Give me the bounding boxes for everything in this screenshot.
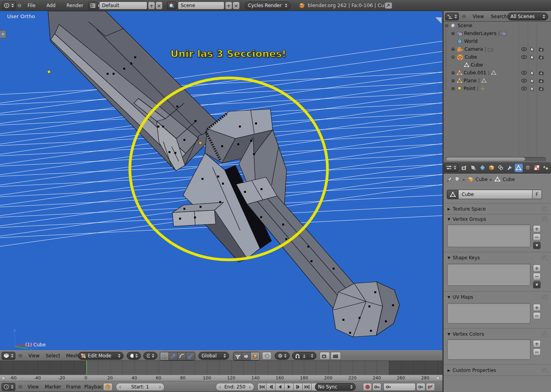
select-toggle[interactable] (529, 45, 536, 53)
limit-to-visible-toggle[interactable] (262, 352, 272, 360)
shape-keys-list[interactable] (447, 264, 531, 286)
hide-toggle[interactable] (520, 45, 527, 53)
outliner-row-renderlayers[interactable]: ⊕ RenderLayers | (451, 30, 506, 37)
shapekey-add-button[interactable]: + (533, 264, 541, 272)
menu-render[interactable]: Render (62, 0, 88, 11)
tab-particles[interactable] (542, 163, 550, 172)
vcol-add-button[interactable]: + (533, 340, 541, 348)
vertex-groups-list[interactable] (447, 224, 531, 247)
editor-type-selector-properties[interactable] (444, 164, 458, 172)
mesh-data-icon[interactable] (495, 177, 500, 182)
edge-select-toggle[interactable] (242, 352, 251, 360)
tab-material[interactable] (523, 163, 532, 172)
hide-toggle[interactable] (520, 77, 527, 85)
panel-drag-grip[interactable] (542, 255, 548, 261)
next-keyframe-button[interactable] (294, 383, 303, 391)
jump-to-end-button[interactable] (303, 383, 312, 391)
scale-manipulator-toggle[interactable] (186, 352, 195, 360)
opengl-render-anim-button[interactable] (331, 352, 341, 360)
outliner-row-world[interactable]: World (457, 37, 477, 45)
tab-modifiers[interactable] (505, 163, 514, 172)
end-frame-field[interactable]: End: 250 (216, 383, 254, 391)
menu-view[interactable]: View (468, 11, 488, 22)
viewport-shading-dropdown[interactable] (127, 352, 141, 360)
collapse-menus-icon[interactable]: ⊖ (18, 382, 22, 392)
jump-to-start-button[interactable] (257, 383, 266, 391)
expand-icon[interactable]: ⊕ (451, 47, 455, 52)
use-preview-range-toggle[interactable] (103, 383, 113, 391)
delete-keyframe-button[interactable] (426, 383, 435, 391)
tab-object[interactable] (487, 163, 496, 172)
expand-icon[interactable]: ⊕ (451, 70, 455, 75)
region-corner-grip[interactable] (435, 17, 442, 24)
scene-delete-button[interactable]: × (233, 2, 240, 9)
screen-layout-delete-button[interactable]: × (155, 2, 163, 9)
vgroup-specials-button[interactable]: ▼ (533, 242, 541, 249)
panel-vertex-colors-header[interactable]: ▼ Vertex Colors (447, 331, 548, 337)
panel-texture-space-header[interactable]: ▶ Texture Space (447, 206, 548, 212)
collapse-menus-icon[interactable]: ⊖ (18, 351, 22, 361)
editor-type-selector-3dview[interactable] (2, 352, 15, 360)
menu-add[interactable]: Add (42, 0, 60, 11)
select-toggle[interactable] (529, 85, 536, 92)
rotate-manipulator-toggle[interactable] (178, 352, 186, 360)
transform-orientation-dropdown[interactable]: Global (198, 352, 229, 360)
vgroup-add-button[interactable]: + (533, 225, 541, 233)
outliner-filter-dropdown[interactable]: All Scenes (507, 13, 548, 20)
play-reverse-button[interactable] (276, 383, 285, 391)
translate-manipulator-toggle[interactable] (169, 352, 178, 360)
uv-maps-list[interactable] (447, 303, 531, 324)
outliner-hscrollbar-track[interactable] (446, 157, 546, 161)
record-autokey-button[interactable] (363, 383, 372, 391)
autokey-mode-button[interactable] (372, 383, 381, 391)
hide-toggle[interactable] (520, 53, 527, 61)
timeline-frame-area[interactable] (0, 361, 442, 375)
scene-ball-icon[interactable] (455, 177, 460, 182)
screen-layout-name-field[interactable]: Default (99, 2, 147, 9)
datablock-type-button[interactable] (447, 190, 459, 199)
tab-scene[interactable] (469, 163, 478, 172)
collapse-menus-icon[interactable]: ⊖ (462, 11, 466, 22)
breadcrumb-data-name[interactable]: Cube (503, 177, 515, 182)
opengl-render-still-button[interactable] (320, 352, 330, 360)
viewport-3d[interactable]: Unir las 3 Secciones! Unir las 3 Seccion… (0, 11, 442, 350)
timeline-ruler[interactable]: -60-40-200204060801001201401601802002202… (0, 375, 442, 381)
render-engine-dropdown[interactable]: Cycles Render (245, 2, 290, 9)
play-button[interactable] (285, 383, 294, 391)
proportional-edit-dropdown[interactable] (275, 352, 290, 360)
panel-drag-grip[interactable] (542, 206, 548, 212)
collapse-menus-icon[interactable]: ⊖ (17, 0, 22, 11)
select-toggle[interactable] (529, 69, 536, 77)
breadcrumb-object-name[interactable]: Cube (475, 177, 488, 182)
panel-uv-maps-header[interactable]: ▼ UV Maps (447, 294, 548, 300)
outliner-row-plane[interactable]: ⊕ Plane | (451, 77, 486, 85)
outliner-row-camera[interactable]: ⊕ Camera | (451, 45, 494, 53)
ruler-right-knob[interactable] (436, 376, 440, 380)
panel-drag-grip[interactable] (542, 331, 548, 337)
current-frame-playhead[interactable] (86, 361, 87, 375)
shapekey-specials-button[interactable]: ▼ (533, 281, 541, 288)
tab-texture[interactable] (533, 163, 541, 172)
expand-icon[interactable]: ⊕ (451, 86, 455, 91)
panel-drag-grip[interactable] (542, 216, 548, 222)
hide-toggle[interactable] (520, 85, 527, 92)
editor-type-selector-info[interactable] (2, 2, 16, 9)
expand-icon[interactable]: ⊕ (451, 78, 455, 83)
ruler-left-knob[interactable] (2, 376, 6, 380)
start-frame-field[interactable]: Start: 1 (116, 383, 165, 391)
screen-layout-add-button[interactable]: + (148, 2, 155, 9)
panel-vertex-groups-header[interactable]: ▼ Vertex Groups (447, 216, 548, 222)
hide-toggle[interactable] (520, 69, 527, 77)
tab-object-data[interactable] (514, 163, 523, 172)
outliner-row-cube001[interactable]: ⊕ Cube.001 | (451, 69, 496, 77)
expand-icon[interactable]: ⊕ (451, 31, 455, 36)
datablock-name-field[interactable]: Cube (459, 190, 533, 199)
pivot-point-dropdown[interactable] (143, 352, 157, 360)
uvmap-remove-button[interactable]: − (533, 312, 541, 320)
tab-render[interactable] (460, 163, 469, 172)
tab-world[interactable] (478, 163, 487, 172)
scene-name-field[interactable]: Scene (178, 2, 224, 9)
toolshelf-expand-tab[interactable]: + (0, 30, 6, 39)
collapse-icon[interactable]: ⊖ (451, 55, 455, 59)
panel-drag-grip[interactable] (542, 294, 548, 300)
